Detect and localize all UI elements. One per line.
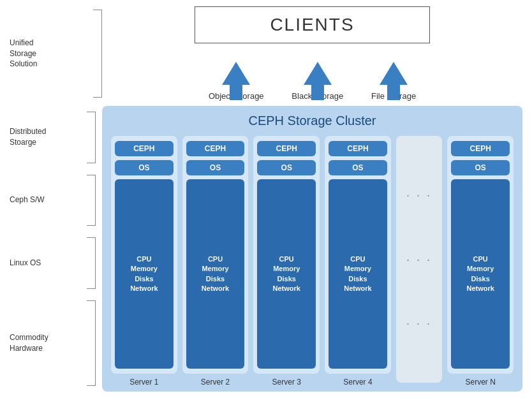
clients-box: CLIENTS [195, 6, 430, 43]
unified-storage-label: Unified Storage Solution [10, 38, 37, 70]
ceph-chip-n: CEPH [451, 141, 510, 156]
server-col-n: CEPH OS CPU Memory Disks Network Server … [447, 136, 514, 387]
os-chip-n: OS [451, 160, 510, 175]
server-label-1: Server 1 [129, 378, 158, 387]
diagram-container: Unified Storage Solution CLIENTS Object … [0, 0, 532, 398]
hw-chip-4: CPU Memory Disks Network [329, 179, 387, 369]
commodity-label: Commodity Hardware [10, 332, 48, 354]
linux-os-label-group: Linux OS [10, 237, 96, 289]
ceph-chip-4: CEPH [329, 141, 387, 156]
server-box-1: CEPH OS CPU Memory Disks Network [111, 136, 177, 374]
servers-row: CEPH OS CPU Memory Disks Network Server … [111, 136, 514, 387]
server-box-4: CEPH OS CPU Memory Disks Network [325, 136, 391, 374]
hw-chip-2: CPU Memory Disks Network [186, 179, 245, 369]
server-col-1: CEPH OS CPU Memory Disks Network Server … [111, 136, 177, 387]
object-storage-arrow [222, 62, 250, 85]
top-section: Unified Storage Solution CLIENTS Object … [10, 6, 522, 101]
ceph-cluster-box: CEPH Storage Cluster CEPH OS CPU Memory … [102, 106, 522, 392]
dots-1: · · · [406, 189, 432, 201]
left-labels: Distributed Stoarge Ceph S/W Linux OS Co… [10, 106, 102, 392]
os-chip-3: OS [257, 160, 316, 175]
server-label-3: Server 3 [272, 378, 301, 387]
black-storage-arrow [304, 62, 332, 85]
server-col-3: CEPH OS CPU Memory Disks Network Server … [253, 136, 320, 387]
ceph-sw-label-group: Ceph S/W [10, 175, 96, 226]
ceph-chip-2: CEPH [186, 141, 245, 156]
linux-os-label: Linux OS [10, 258, 41, 269]
server-box-dots: · · · · · · · · · [396, 136, 443, 383]
server-box-n: CEPH OS CPU Memory Disks Network [447, 136, 514, 374]
unified-bracket [93, 10, 102, 98]
server-label-4: Server 4 [343, 378, 372, 387]
os-chip-1: OS [115, 160, 174, 175]
server-box-2: CEPH OS CPU Memory Disks Network [182, 136, 249, 374]
server-col-dots: · · · · · · · · · [396, 136, 443, 387]
distributed-label: Distributed Stoarge [10, 126, 46, 148]
server-col-2: CEPH OS CPU Memory Disks Network Server … [182, 136, 249, 387]
server-col-4: CEPH OS CPU Memory Disks Network Server … [325, 136, 391, 387]
cluster-title: CEPH Storage Cluster [111, 114, 514, 128]
server-box-3: CEPH OS CPU Memory Disks Network [253, 136, 320, 374]
black-storage: Black Storage [292, 62, 343, 101]
server-label-n: Server N [466, 378, 496, 387]
ceph-chip-3: CEPH [257, 141, 316, 156]
distributed-bracket [87, 112, 96, 163]
server-label-2: Server 2 [201, 378, 230, 387]
ceph-chip-1: CEPH [115, 141, 174, 156]
hw-chip-1: CPU Memory Disks Network [115, 179, 174, 369]
storage-types-row: Object Storage Black Storage File Storag… [195, 43, 430, 101]
os-chip-4: OS [329, 160, 387, 175]
commodity-label-group: Commodity Hardware [10, 300, 96, 386]
commodity-bracket [87, 300, 96, 386]
object-storage: Object Storage [209, 62, 264, 101]
dots-2: · · · [406, 254, 432, 265]
hw-chip-n: CPU Memory Disks Network [451, 179, 510, 369]
distributed-label-group: Distributed Stoarge [10, 112, 96, 163]
ceph-sw-bracket [87, 175, 96, 226]
linux-os-bracket [87, 237, 96, 289]
hw-chip-3: CPU Memory Disks Network [257, 179, 316, 369]
dots-3: · · · [406, 318, 432, 329]
os-chip-2: OS [186, 160, 245, 175]
file-storage-arrow [380, 62, 408, 85]
file-storage: File Storage [371, 62, 416, 101]
ceph-sw-label: Ceph S/W [10, 195, 45, 205]
unified-storage-label-area: Unified Storage Solution [10, 6, 102, 101]
main-area: Distributed Stoarge Ceph S/W Linux OS Co… [10, 106, 522, 392]
clients-label: CLIENTS [270, 15, 354, 34]
